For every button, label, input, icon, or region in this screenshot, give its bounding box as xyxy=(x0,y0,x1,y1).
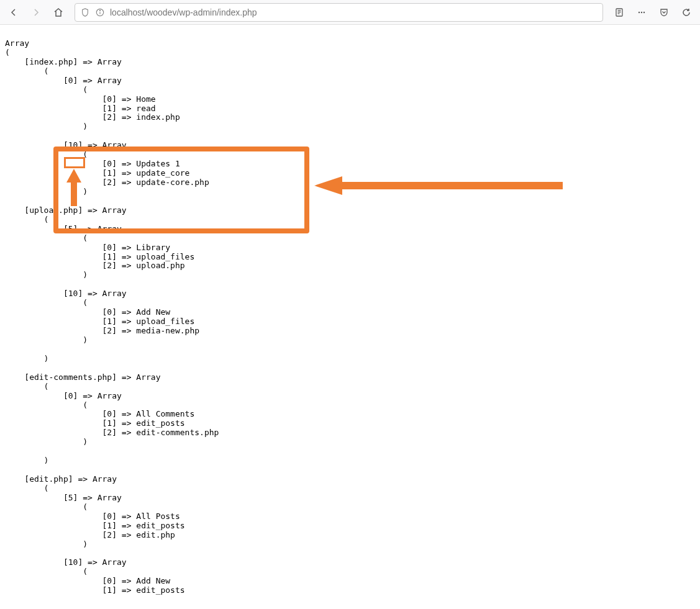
svg-point-7 xyxy=(639,11,640,12)
shield-icon xyxy=(80,7,90,17)
svg-point-9 xyxy=(643,11,645,12)
back-button[interactable] xyxy=(4,2,24,22)
home-button[interactable] xyxy=(48,2,68,22)
svg-point-2 xyxy=(99,10,100,11)
forward-button[interactable] xyxy=(26,2,46,22)
browser-toolbar: localhost/woodev/wp-admin/index.php xyxy=(0,0,700,25)
reader-mode-icon[interactable] xyxy=(609,2,629,22)
toolbar-right xyxy=(609,2,696,22)
url-bar[interactable]: localhost/woodev/wp-admin/index.php xyxy=(75,3,603,22)
url-text: localhost/woodev/wp-admin/index.php xyxy=(110,7,598,17)
array-dump: Array ( [index.php] => Array ( [0] => Ar… xyxy=(5,39,695,595)
menu-dots-icon[interactable] xyxy=(632,2,652,22)
reload-button[interactable] xyxy=(676,2,696,22)
page-content: Array ( [index.php] => Array ( [0] => Ar… xyxy=(0,25,700,609)
pocket-icon[interactable] xyxy=(654,2,674,22)
info-icon xyxy=(95,7,105,17)
svg-point-8 xyxy=(641,11,642,12)
